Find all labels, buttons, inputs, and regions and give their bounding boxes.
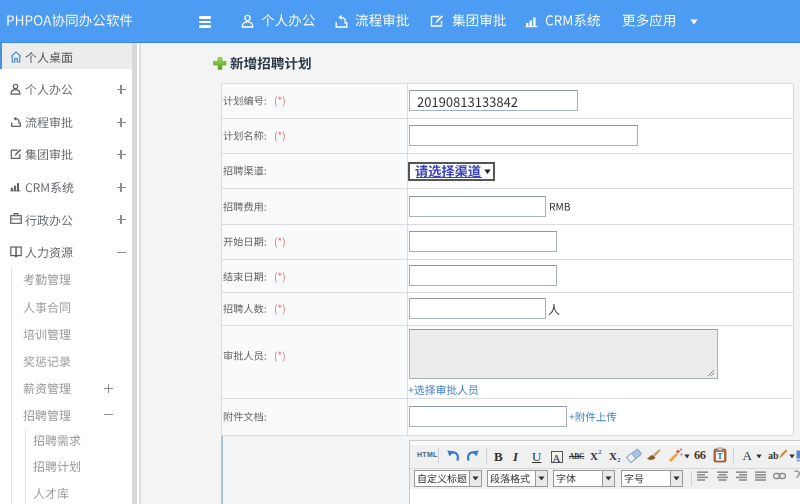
svg-text:T: T [717,452,723,461]
